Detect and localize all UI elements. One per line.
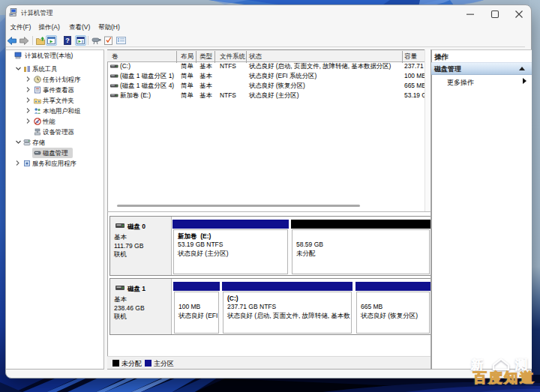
- svg-text:?: ?: [65, 37, 70, 44]
